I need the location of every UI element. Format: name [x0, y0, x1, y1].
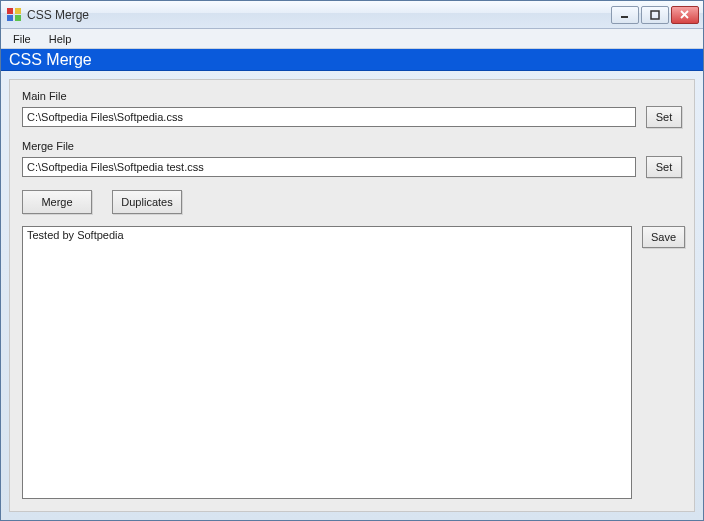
minimize-button[interactable]: [611, 6, 639, 24]
merge-file-set-button[interactable]: Set: [646, 156, 682, 178]
merge-file-label: Merge File: [22, 140, 682, 152]
client-area: Main File Set Merge File Set Merge Dupli…: [9, 79, 695, 512]
main-file-input[interactable]: [22, 107, 636, 127]
close-button[interactable]: [671, 6, 699, 24]
merge-button[interactable]: Merge: [22, 190, 92, 214]
menubar: File Help: [1, 29, 703, 49]
merge-file-input[interactable]: [22, 157, 636, 177]
save-button[interactable]: Save: [642, 226, 685, 248]
titlebar[interactable]: CSS Merge: [1, 1, 703, 29]
output-area: [22, 226, 632, 499]
banner: CSS Merge: [1, 49, 703, 71]
banner-title: CSS Merge: [9, 51, 92, 69]
minimize-icon: [620, 10, 630, 20]
duplicates-button[interactable]: Duplicates: [112, 190, 182, 214]
svg-rect-1: [651, 11, 659, 19]
app-window: CSS Merge File Help CSS Merge Main File …: [0, 0, 704, 521]
close-icon: [680, 10, 690, 20]
menu-help[interactable]: Help: [41, 31, 80, 47]
output-textarea[interactable]: [23, 227, 631, 498]
maximize-icon: [650, 10, 660, 20]
main-file-set-button[interactable]: Set: [646, 106, 682, 128]
main-file-label: Main File: [22, 90, 682, 102]
maximize-button[interactable]: [641, 6, 669, 24]
menu-file[interactable]: File: [5, 31, 39, 47]
app-icon: [7, 8, 21, 22]
window-controls: [611, 6, 699, 24]
window-title: CSS Merge: [27, 8, 89, 22]
